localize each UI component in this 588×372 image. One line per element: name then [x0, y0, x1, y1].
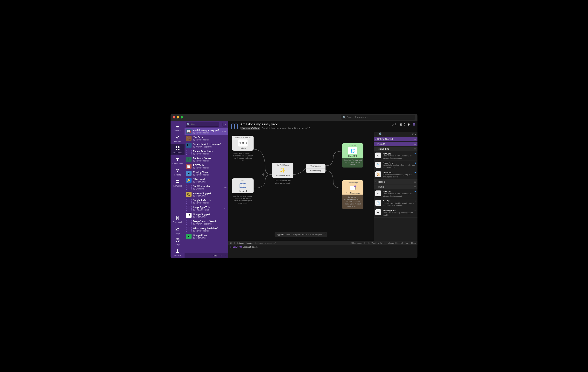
palette-item-title: File Filter — [383, 200, 416, 202]
nav-update[interactable]: Update — [170, 247, 185, 258]
nav-general[interactable]: General — [170, 122, 185, 133]
minimize-icon[interactable] — [177, 116, 179, 118]
export-icon[interactable]: ⤴ — [404, 123, 405, 126]
section-prefabs[interactable]: ›Prefabs+▭ — [374, 142, 418, 147]
sidebar-top: 🔍 ⊙ — [185, 121, 228, 128]
node-post-notification[interactable]: Keep writing! Post Notification Get a wo… — [342, 180, 363, 209]
menu-icon[interactable]: ☰ — [412, 123, 415, 126]
debug-icon[interactable]: 🕷 — [407, 123, 410, 126]
zoom-icon[interactable] — [181, 116, 183, 118]
scope-filter-select[interactable]: This Workflow ⇅ — [367, 242, 382, 244]
section-getting-started[interactable]: ›Getting Started▭ — [374, 137, 418, 142]
workflow-list[interactable]: 📖Am I done my essay yet?by Vero Pepperre… — [185, 128, 228, 253]
workflow-item[interactable]: Set Window sizeby Unknown⌃⌘R — [185, 184, 228, 191]
workflow-item[interactable]: ☀Morning Tasksby Vero Pepperrell — [185, 170, 228, 177]
palette-item[interactable]: ◆Running AppsShow a list of currently ru… — [374, 208, 418, 218]
window-icon[interactable]: ▭ — [414, 143, 416, 145]
search-preferences[interactable]: 🔍 Search Preferences — [341, 115, 415, 120]
workflow-item[interactable]: ⬆Backup to Serverby Vero Pepperrell — [185, 156, 228, 163]
nav-appearance[interactable]: Appearance — [170, 155, 185, 166]
workflow-item[interactable]: 🐂Yak Saverby Vero Pepperrell — [185, 135, 228, 142]
node-conditional[interactable]: You're done! Keep Writing — [306, 164, 326, 173]
workflow-item-author: by The Alfred team — [193, 209, 220, 211]
selected-objects-checkbox[interactable]: Selected Object(s) — [384, 242, 403, 244]
workflow-item[interactable]: 🎞Should I watch this movie?by Andrew Pep… — [185, 142, 228, 149]
node-automation-task[interactable]: Get Text Metrics ✨ Automation Task The A… — [272, 163, 294, 185]
header-text: Am I done my essay yet? Configure Workfl… — [240, 122, 388, 130]
palette-item[interactable]: 📜Run ScriptRun commands in macOS, using … — [374, 170, 418, 180]
section-favourites[interactable]: ⌄Favourites▭ — [374, 147, 418, 151]
node-open-url[interactable]: netflix.com 🌐 Open URL Good job! Put you… — [342, 143, 363, 168]
palette-item[interactable]: 🔍Script FilterDynamically populate Alfre… — [374, 161, 418, 170]
nav-workflows[interactable]: Workflows — [170, 144, 185, 155]
remove-workflow-button[interactable]: − — [224, 254, 228, 258]
add-workflow-button[interactable]: + — [219, 254, 223, 258]
close-icon[interactable] — [173, 116, 175, 118]
add-icon[interactable]: + — [411, 143, 413, 145]
favourite-star-icon[interactable]: ★ — [414, 162, 416, 164]
window-icon[interactable]: ▭ — [414, 185, 416, 188]
info-filter-select[interactable]: All Information ⇅ — [351, 242, 365, 244]
filter-input[interactable] — [186, 122, 219, 127]
pause-icon[interactable]: ‖ — [234, 242, 235, 244]
list-icon[interactable]: ☰ — [375, 132, 378, 136]
workflow-item[interactable]: Large Type Thisby The Alfred team⌃⌘L — [185, 205, 228, 212]
palette-item[interactable]: A|KeywordUse a keyword to start a workfl… — [374, 189, 418, 199]
workflow-item[interactable]: ▲Google Driveby Vítor Galvão — [185, 233, 228, 240]
workflow-item[interactable]: Deep Contacts Searchby Andrew Pepperrell — [185, 219, 228, 226]
section-triggers[interactable]: ›Triggers▭ — [374, 180, 418, 184]
variables-icon[interactable]: 〔𝑥〕 — [390, 122, 398, 127]
workflow-item[interactable]: Recent Downloadsby Vero Pepperrell — [185, 149, 228, 156]
main-area: Am I done my essay yet? Configure Workfl… — [228, 121, 418, 258]
nav-help[interactable]: Help — [170, 236, 185, 247]
bug-icon[interactable]: 🕷 — [230, 242, 232, 244]
help-button[interactable]: Help — [210, 254, 219, 257]
workflow-item[interactable]: 📑PDF Toolsby Vero Pepperrell — [185, 163, 228, 170]
palette-item-icon: A| — [375, 191, 381, 196]
nav-features[interactable]: Features — [170, 133, 185, 144]
favourite-star-icon[interactable]: ☆ — [414, 200, 416, 202]
workflow-item[interactable]: 🔑1Passwordby Vítor Galvão — [185, 177, 228, 184]
window-icon[interactable]: ▭ — [414, 181, 416, 183]
workflow-item-icon: 🎞 — [186, 143, 191, 148]
favourite-star-icon[interactable]: ★ — [414, 171, 416, 174]
nav-remote[interactable]: Remote — [170, 166, 185, 177]
node-hotkey[interactable]: Selection in macOS ⇧⌘C Hotkey Select a f… — [232, 136, 253, 162]
collapse-icon[interactable]: ▾ — [412, 132, 414, 136]
clear-button[interactable]: Clear — [411, 242, 416, 244]
conditional-option-done[interactable]: You're done! — [306, 164, 326, 169]
favourite-star-icon[interactable]: ★ — [414, 191, 416, 193]
palette-item[interactable]: 📄File FilterCreate a customised file sea… — [374, 199, 418, 208]
section-inputs[interactable]: ⌄Inputs▭ — [374, 184, 418, 189]
canvas[interactable]: Selection in macOS ⇧⌘C Hotkey Select a f… — [228, 132, 374, 241]
filter-options-button[interactable]: ⊙ — [222, 122, 227, 127]
svg-point-20 — [354, 185, 356, 187]
search-icon[interactable]: 🔍 — [379, 132, 383, 136]
workflow-item[interactable]: ⓐAmazon Suggestby Vítor Galvão — [185, 191, 228, 198]
favourite-star-icon[interactable]: ★ — [414, 152, 416, 155]
placeholder-icon — [186, 199, 191, 204]
workflow-item-author: by Vero Pepperrell — [193, 202, 227, 204]
nav-usage[interactable]: Usage — [170, 225, 185, 236]
copy-button[interactable]: Copy — [405, 242, 409, 244]
window-icon[interactable]: ▭ — [414, 138, 416, 140]
expand-icon[interactable]: ▴ — [415, 132, 416, 136]
conditional-option-keep[interactable]: Keep Writing — [306, 169, 326, 173]
debugger-log[interactable]: [14:29:57.980] Logging Started... — [228, 245, 418, 258]
add-object-icon[interactable]: ⊞ — [399, 123, 402, 126]
nav-powerpack[interactable]: Powerpack — [170, 214, 185, 225]
debugger-toolbar: 🕷 ‖ Debugger Running - Am I done my essa… — [228, 241, 418, 245]
window-icon[interactable]: ▭ — [414, 148, 416, 150]
workflow-item[interactable]: Who's doing the dishes?by Vero Pepperrel… — [185, 226, 228, 233]
node-keyword[interactable]: count Keyword Use the keyword "count" an… — [232, 178, 253, 205]
workflow-item[interactable]: Simple To-Do Listby Vero Pepperrell — [185, 198, 228, 205]
workflow-item[interactable]: GGoogle Suggestby Vítor Galvão — [185, 212, 228, 219]
favourite-star-icon[interactable]: ☆ — [414, 209, 416, 212]
palette-item[interactable]: A|KeywordUse a keyword to start a workfl… — [374, 151, 418, 161]
close-hint-icon[interactable]: ✕ — [325, 233, 326, 235]
debugger-panel: 🕷 ‖ Debugger Running - Am I done my essa… — [228, 241, 418, 258]
configure-workflow-button[interactable]: Configure Workflow — [240, 127, 260, 130]
workflow-item[interactable]: 📖Am I done my essay yet?by Vero Pepperre… — [185, 128, 228, 135]
nav-advanced[interactable]: Advanced — [170, 177, 185, 189]
workflow-item-icon: ⓐ — [186, 192, 191, 197]
